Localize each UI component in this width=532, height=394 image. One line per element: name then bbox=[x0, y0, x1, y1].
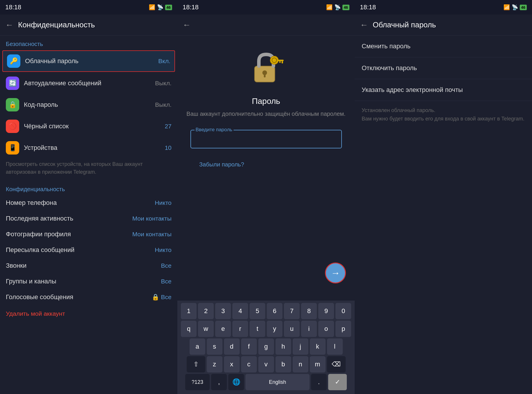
top-nav-3: ← Облачный пароль bbox=[355, 15, 532, 36]
key-1[interactable]: 1 bbox=[181, 303, 197, 319]
profile-photo-value: Мои контакты bbox=[132, 231, 172, 238]
key-period[interactable]: . bbox=[311, 374, 327, 390]
keyboard: 1 2 3 4 5 6 7 8 9 0 q w e r t y u i o p … bbox=[177, 301, 355, 394]
passcode-item[interactable]: 🔒 Код-пароль Выкл. bbox=[0, 94, 177, 116]
cloud-password-item[interactable]: 🔑 Облачный пароль Вкл. bbox=[2, 50, 175, 72]
key-4[interactable]: 4 bbox=[232, 303, 248, 319]
passcode-value: Выкл. bbox=[155, 101, 172, 108]
key-0[interactable]: 0 bbox=[335, 303, 351, 319]
devices-desc: Просмотреть список устройств, на которых… bbox=[0, 159, 177, 181]
key-x[interactable]: x bbox=[224, 356, 240, 372]
calls-value: Все bbox=[161, 262, 172, 269]
phone-item[interactable]: Номер телефона Никто bbox=[0, 195, 177, 211]
key-enter[interactable]: ✓ bbox=[328, 374, 347, 390]
key-backspace[interactable]: ⌫ bbox=[327, 356, 346, 372]
profile-photo-item[interactable]: Фотографии профиля Мои контакты bbox=[0, 226, 177, 242]
key-f[interactable]: f bbox=[241, 338, 257, 355]
key-i[interactable]: i bbox=[301, 321, 317, 337]
status-bar-1: 18:18 📶 📡 46 bbox=[0, 0, 177, 15]
svg-point-4 bbox=[272, 58, 277, 63]
page-title-3: Облачный пароль bbox=[373, 20, 436, 29]
signal-icon-2: 📶 bbox=[326, 4, 333, 10]
keyboard-row-a: a s d f g h j k l bbox=[178, 338, 354, 355]
key-8[interactable]: 8 bbox=[301, 303, 317, 319]
devices-value: 10 bbox=[165, 144, 172, 151]
battery-icon-1: 46 bbox=[165, 5, 172, 10]
key-comma[interactable]: , bbox=[211, 374, 227, 390]
key-l[interactable]: l bbox=[327, 338, 343, 355]
key-y[interactable]: y bbox=[267, 321, 282, 337]
groups-item[interactable]: Группы и каналы Все bbox=[0, 274, 177, 289]
key-2[interactable]: 2 bbox=[198, 303, 214, 319]
auto-delete-item[interactable]: 🔄 Автоудаление сообщений Выкл. bbox=[0, 72, 177, 94]
key-s[interactable]: s bbox=[207, 338, 222, 355]
key-5[interactable]: 5 bbox=[250, 303, 265, 319]
key-6[interactable]: 6 bbox=[267, 303, 282, 319]
forwarding-item[interactable]: Пересылка сообщений Никто bbox=[0, 242, 177, 258]
auto-delete-icon: 🔄 bbox=[6, 77, 19, 90]
back-button-2[interactable]: ← bbox=[183, 21, 191, 29]
key-q[interactable]: q bbox=[181, 321, 197, 337]
key-globe[interactable]: 🌐 bbox=[228, 374, 244, 390]
last-seen-item[interactable]: Последняя активность Мои контакты bbox=[0, 211, 177, 226]
calls-item[interactable]: Звонки Все bbox=[0, 258, 177, 274]
wifi-icon-3: 📡 bbox=[512, 4, 518, 10]
keyboard-row-bottom: ?123 , 🌐 English . ✓ bbox=[178, 374, 354, 390]
key-n[interactable]: n bbox=[293, 356, 308, 372]
status-icons-1: 📶 📡 46 bbox=[149, 4, 172, 10]
key-d[interactable]: d bbox=[224, 338, 240, 355]
key-t[interactable]: t bbox=[250, 321, 265, 337]
set-email-item[interactable]: Указать адрес электронной почты bbox=[355, 79, 532, 101]
status-time-1: 18:18 bbox=[5, 3, 21, 11]
back-button-1[interactable]: ← bbox=[5, 21, 13, 29]
keyboard-row-z: ⇧ z x c v b n m ⌫ bbox=[178, 356, 354, 372]
cloud-password-icon: 🔑 bbox=[7, 54, 20, 68]
key-a[interactable]: a bbox=[190, 338, 205, 355]
svg-rect-7 bbox=[279, 61, 281, 63]
blacklist-label: Чёрный список bbox=[24, 123, 165, 130]
key-c[interactable]: c bbox=[241, 356, 257, 372]
status-icons-3: 📶 📡 46 bbox=[503, 4, 527, 10]
panel-password: 18:18 📶 📡 46 ← bbox=[177, 0, 355, 394]
key-p[interactable]: p bbox=[335, 321, 351, 337]
key-e[interactable]: e bbox=[215, 321, 231, 337]
blacklist-item[interactable]: 🚫 Чёрный список 27 bbox=[0, 116, 177, 137]
key-u[interactable]: u bbox=[284, 321, 300, 337]
forwarding-value: Никто bbox=[155, 246, 172, 253]
next-button[interactable]: → bbox=[325, 262, 346, 283]
key-m[interactable]: m bbox=[310, 356, 326, 372]
key-3[interactable]: 3 bbox=[215, 303, 231, 319]
change-password-item[interactable]: Сменить пароль bbox=[355, 36, 532, 57]
disable-password-item[interactable]: Отключить пароль bbox=[355, 57, 532, 79]
voice-item[interactable]: Голосовые сообщения 🔒 Все bbox=[0, 289, 177, 305]
forgot-password-link[interactable]: Забыли пароль? bbox=[186, 161, 244, 168]
key-o[interactable]: o bbox=[318, 321, 334, 337]
key-j[interactable]: j bbox=[293, 338, 308, 355]
key-shift[interactable]: ⇧ bbox=[187, 356, 205, 372]
key-h[interactable]: h bbox=[275, 338, 291, 355]
panel-cloud-password: 18:18 📶 📡 46 ← Облачный пароль Сменить п… bbox=[355, 0, 532, 394]
key-w[interactable]: w bbox=[198, 321, 214, 337]
phone-value: Никто bbox=[155, 199, 172, 206]
key-9[interactable]: 9 bbox=[318, 303, 334, 319]
devices-item[interactable]: 📱 Устройства 10 bbox=[0, 137, 177, 159]
key-special[interactable]: ?123 bbox=[185, 374, 210, 390]
delete-account-link[interactable]: Удалить мой аккаунт bbox=[0, 305, 177, 322]
key-k[interactable]: k bbox=[310, 338, 326, 355]
key-b[interactable]: b bbox=[275, 356, 291, 372]
key-7[interactable]: 7 bbox=[284, 303, 300, 319]
calls-label: Звонки bbox=[6, 262, 161, 269]
key-z[interactable]: z bbox=[207, 356, 222, 372]
key-space[interactable]: English bbox=[245, 374, 310, 390]
auto-delete-label: Автоудаление сообщений bbox=[24, 79, 155, 87]
blacklist-icon: 🚫 bbox=[6, 120, 19, 133]
password-field[interactable] bbox=[196, 134, 337, 144]
key-v[interactable]: v bbox=[258, 356, 274, 372]
status-bar-3: 18:18 📶 📡 46 bbox=[355, 0, 532, 15]
signal-icon-3: 📶 bbox=[503, 4, 510, 10]
passcode-label: Код-пароль bbox=[24, 101, 155, 109]
password-field-label: Введите пароль bbox=[195, 127, 234, 133]
key-g[interactable]: g bbox=[258, 338, 274, 355]
key-r[interactable]: r bbox=[232, 321, 248, 337]
back-button-3[interactable]: ← bbox=[360, 21, 368, 29]
